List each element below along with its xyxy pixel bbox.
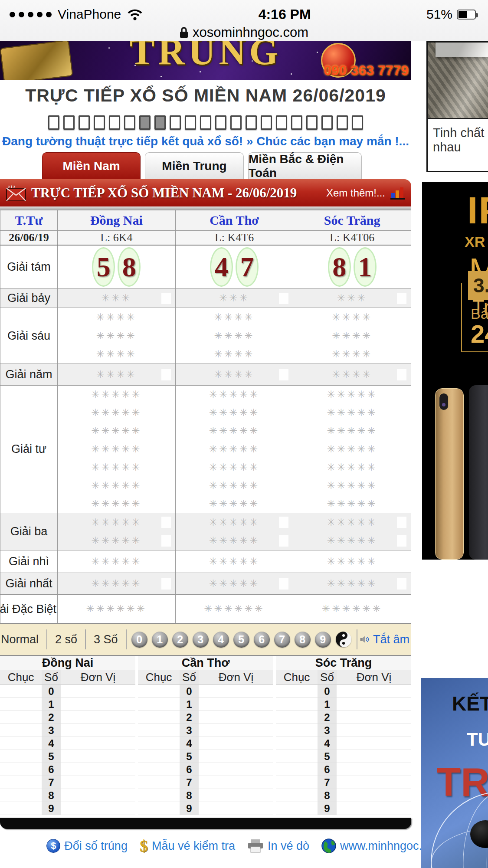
prize-value-cell: ✳✳✳✳✳✳✳✳✳✳✳✳✳✳✳✳✳✳✳✳✳✳✳✳✳✳✳✳✳✳✳✳✳✳✳ <box>58 386 176 513</box>
digit-button-0[interactable]: 0 <box>131 632 147 648</box>
loading-placeholder: ✳✳✳✳✳ <box>209 578 259 590</box>
lottery-ad-text: TU <box>467 729 488 750</box>
mode-button-normal[interactable]: Normal <box>0 633 44 646</box>
digit-button-6[interactable]: 6 <box>254 632 270 648</box>
stats-cell-chuc <box>138 789 180 802</box>
safari-url-bar[interactable]: xosominhngoc.com <box>0 24 488 41</box>
stats-col-header: Đơn Vị <box>199 670 273 685</box>
progress-square <box>261 115 272 130</box>
mode-button-2so[interactable]: 2 số <box>50 633 82 646</box>
lottery-results-ad[interactable]: KẾT TU TR <box>421 678 488 868</box>
see-more-link[interactable]: Xem thêm!... <box>326 187 385 199</box>
gold-chest-image <box>0 41 73 80</box>
stats-cell-so: 6 <box>42 763 61 776</box>
prize-value-cell: ✳✳✳✳✳ <box>176 550 294 573</box>
stats-cell-chuc <box>0 763 42 776</box>
loading-placeholder: ✳✳✳✳✳ <box>91 425 141 437</box>
progress-square <box>337 115 348 130</box>
digit-button-4[interactable]: 4 <box>213 632 229 648</box>
digit-button-1[interactable]: 1 <box>152 632 168 648</box>
stats-cell-donvi <box>337 802 411 815</box>
digit-button-2[interactable]: 2 <box>172 632 188 648</box>
tab-mien-bac-dien-toan[interactable]: Miền Bắc & Điện Toán <box>248 152 362 179</box>
stats-row: 4 <box>138 737 273 750</box>
prize-label: Giải bảy <box>0 289 58 308</box>
link-in-ve-do[interactable]: In vé dò <box>247 839 309 853</box>
stats-cell-donvi <box>61 711 135 724</box>
progress-square <box>48 115 59 130</box>
column-header-can-tho: Cần Thơ <box>176 210 294 230</box>
product-ad[interactable]: Tinh chất nhau <box>426 41 488 172</box>
digit-button-5[interactable]: 5 <box>233 632 249 648</box>
battery-indicator: 51% <box>426 7 476 22</box>
prize-value-cell: ✳✳✳✳ <box>176 364 294 385</box>
globe-icon <box>321 839 336 853</box>
pending-number-line: ✳✳✳✳ <box>293 327 411 345</box>
top-promo-banner[interactable]: TRÚNG 090 363 7779 <box>0 41 411 80</box>
stats-cell-chuc <box>276 698 318 711</box>
winning-digit: 4 <box>210 247 233 287</box>
link-mau-ve-kiem-tra[interactable]: $ Mẫu vé kiểm tra <box>140 836 235 855</box>
mute-button[interactable]: Tắt âm <box>373 633 409 646</box>
pending-number-line: ✳✳✳✳✳ <box>58 440 175 459</box>
prize-row: Giải nhì✳✳✳✳✳✳✳✳✳✳✳✳✳✳✳ <box>0 550 411 573</box>
stats-cell-so: 0 <box>180 685 199 698</box>
prize-value-cell: ✳✳✳✳✳ <box>176 573 294 594</box>
divider <box>357 629 357 649</box>
mode-button-3so[interactable]: 3 Số <box>88 633 123 646</box>
pending-number-line: ✳✳✳✳ <box>293 345 411 364</box>
stats-cell-so: 9 <box>318 802 337 815</box>
prize-value-cell: ✳✳✳✳✳✳✳✳✳✳ <box>293 513 411 550</box>
stats-col-header: Chục <box>0 670 42 685</box>
pending-number-line: ✳✳✳✳✳ <box>176 550 293 573</box>
battery-icon <box>457 10 476 20</box>
stats-cell-chuc <box>276 711 318 724</box>
pending-number-line: ✳✳✳ <box>58 289 175 308</box>
clock-label: 4:16 PM <box>143 7 426 23</box>
yin-yang-button[interactable] <box>336 632 351 647</box>
prize-value-cell: ✳✳✳✳ <box>58 364 176 385</box>
loading-placeholder: ✳✳✳✳✳ <box>91 407 141 419</box>
results-table: T.Tư Đồng Nai Cần Thơ Sóc Trăng 26/06/19… <box>0 210 411 624</box>
link-doi-so-trung[interactable]: $ Đổi số trúng <box>46 839 128 853</box>
loading-placeholder: ✳✳✳✳✳✳ <box>204 603 265 615</box>
chart-icon[interactable] <box>390 186 405 200</box>
digit-button-9[interactable]: 9 <box>315 632 331 648</box>
tab-mien-nam[interactable]: Miền Nam <box>42 152 141 179</box>
loading-placeholder: ✳✳✳✳✳ <box>327 462 377 473</box>
pending-number-line: ✳✳✳✳✳ <box>58 495 175 513</box>
speaker-icon[interactable] <box>360 632 370 647</box>
stats-cell-donvi <box>61 724 135 737</box>
digit-button-8[interactable]: 8 <box>295 632 311 648</box>
progress-square <box>291 115 302 130</box>
stats-cell-donvi <box>61 737 135 750</box>
stats-row: 2 <box>276 711 411 724</box>
stats-cell-chuc <box>0 698 42 711</box>
envelope-icon <box>6 185 26 201</box>
stats-group-title: Sóc Trăng <box>276 656 411 670</box>
pending-number-line: ✳✳✳✳✳ <box>58 458 175 476</box>
signal-dot <box>10 12 15 17</box>
pending-number-line: ✳✳✳✳✳ <box>58 422 175 440</box>
progress-square <box>230 115 242 130</box>
cell-marker <box>161 578 171 590</box>
iphone-ad[interactable]: IP XR M Trả 3. Bảo 24 <box>422 182 488 560</box>
digit-button-7[interactable]: 7 <box>274 632 290 648</box>
prize-value-cell: ✳✳✳✳✳✳✳✳✳✳ <box>176 513 294 550</box>
stats-cell-so: 7 <box>42 776 61 789</box>
digit-button-3[interactable]: 3 <box>193 632 209 648</box>
stats-cell-donvi <box>61 685 135 698</box>
divider <box>85 629 86 649</box>
tab-mien-trung[interactable]: Miền Trung <box>145 152 244 179</box>
stats-cell-so: 3 <box>42 724 61 737</box>
loading-placeholder: ✳✳✳✳ <box>214 369 254 380</box>
stats-cell-chuc <box>0 685 42 698</box>
pending-number-line: ✳✳✳✳✳ <box>293 440 411 459</box>
prize-value-cell: 47 <box>176 246 294 288</box>
stats-row: 0 <box>138 685 273 698</box>
playback-controls: Normal 2 số 3 Số 0123456789 Tắt âm <box>0 624 411 656</box>
signal-dot <box>28 12 33 17</box>
loading-placeholder: ✳✳✳✳✳ <box>91 443 141 455</box>
iphone-ad-model: XR <box>465 233 485 250</box>
stats-cell-donvi <box>61 750 135 763</box>
